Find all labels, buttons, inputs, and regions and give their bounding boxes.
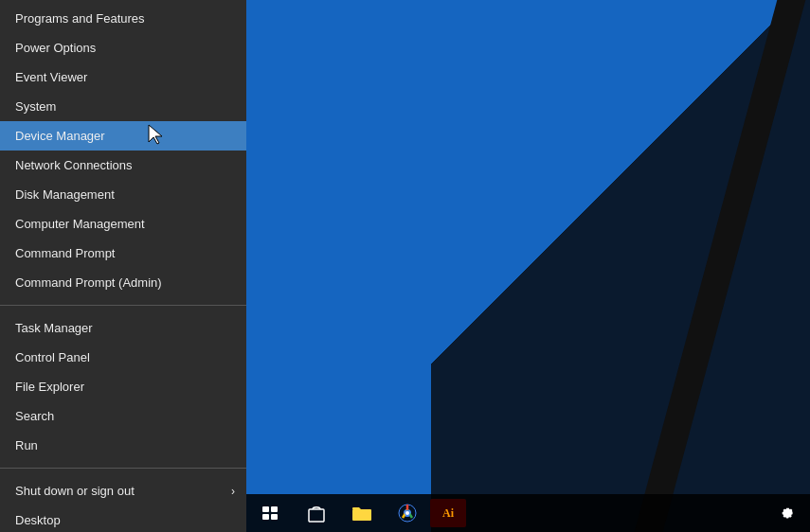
svg-point-14 bbox=[405, 511, 409, 515]
menu-item-programs-features[interactable]: Programs and Features bbox=[0, 4, 246, 33]
svg-rect-9 bbox=[309, 509, 324, 522]
menu-section-2: Task Manager Control Panel File Explorer… bbox=[0, 310, 246, 464]
menu-section-1: Programs and Features Power Options Even… bbox=[0, 0, 246, 301]
menu-item-search[interactable]: Search bbox=[0, 401, 246, 431]
menu-item-power-options[interactable]: Power Options bbox=[0, 33, 246, 62]
svg-rect-5 bbox=[262, 506, 269, 512]
illustrator-button[interactable]: Ai bbox=[430, 499, 466, 527]
menu-item-disk-management[interactable]: Disk Management bbox=[0, 180, 246, 209]
chrome-icon bbox=[398, 504, 417, 523]
menu-item-command-prompt-admin[interactable]: Command Prompt (Admin) bbox=[0, 268, 246, 297]
gear-icon bbox=[780, 505, 795, 521]
menu-section-3: Shut down or sign out › Desktop bbox=[0, 472, 246, 532]
store-icon bbox=[308, 504, 325, 523]
task-view-button[interactable] bbox=[248, 494, 294, 532]
menu-item-task-manager[interactable]: Task Manager bbox=[0, 313, 246, 343]
menu-item-desktop[interactable]: Desktop bbox=[0, 505, 246, 532]
menu-item-computer-management[interactable]: Computer Management bbox=[0, 209, 246, 239]
svg-rect-10 bbox=[352, 509, 371, 521]
menu-item-device-manager[interactable]: Device Manager bbox=[0, 121, 246, 151]
settings-tray-icon[interactable] bbox=[772, 494, 802, 532]
svg-rect-7 bbox=[262, 514, 269, 520]
menu-item-network-connections[interactable]: Network Connections bbox=[0, 151, 246, 180]
menu-item-file-explorer[interactable]: File Explorer bbox=[0, 372, 246, 401]
chrome-button[interactable] bbox=[385, 494, 430, 532]
menu-item-event-viewer[interactable]: Event Viewer bbox=[0, 62, 246, 92]
menu-item-run[interactable]: Run bbox=[0, 431, 246, 460]
task-view-icon bbox=[262, 506, 279, 520]
menu-divider-1 bbox=[0, 305, 246, 306]
menu-item-command-prompt[interactable]: Command Prompt bbox=[0, 239, 246, 268]
svg-rect-8 bbox=[271, 514, 278, 520]
menu-item-shut-down[interactable]: Shut down or sign out › bbox=[0, 476, 246, 505]
menu-divider-2 bbox=[0, 468, 246, 469]
store-button[interactable] bbox=[294, 494, 339, 532]
menu-item-system[interactable]: System bbox=[0, 92, 246, 121]
system-tray bbox=[772, 494, 810, 532]
menu-item-control-panel[interactable]: Control Panel bbox=[0, 343, 246, 372]
shut-down-arrow-icon: › bbox=[231, 485, 235, 498]
file-explorer-button[interactable] bbox=[339, 494, 385, 532]
taskbar-pinned-items: Ai bbox=[248, 494, 466, 532]
context-menu: Programs and Features Power Options Even… bbox=[0, 0, 246, 532]
illustrator-icon: Ai bbox=[442, 506, 454, 521]
svg-rect-6 bbox=[271, 506, 278, 512]
file-explorer-icon bbox=[352, 505, 371, 521]
